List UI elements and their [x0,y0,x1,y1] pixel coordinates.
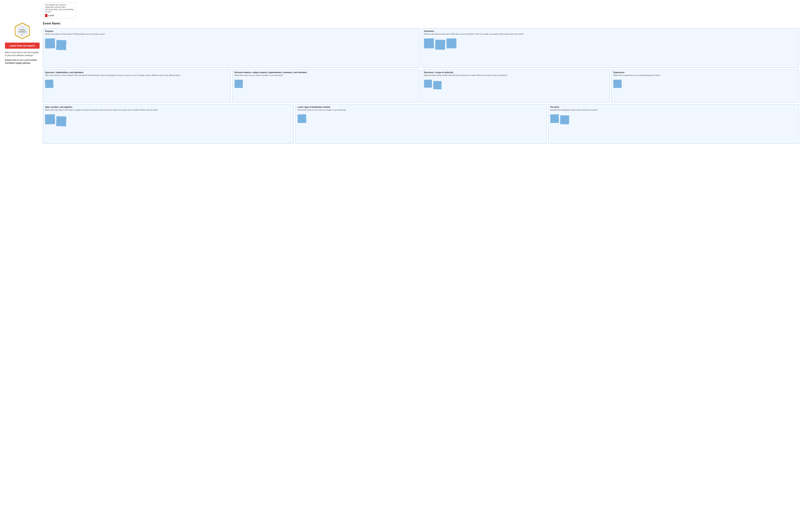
event-name-label: Event Name: [43,22,61,25]
banner-description: This template was created in collaborati… [45,4,74,13]
sticky-note [433,81,442,89]
sticky-note [56,116,67,127]
sticky-note [446,38,456,49]
banner-logo: Lucid [48,14,54,17]
svg-text:Facilitation: Facilitation [18,31,26,33]
purpose-subtitle: What's the purpose of this session? What… [45,33,418,35]
level-facilitation-title: Level / type of facilitation needed [298,106,544,108]
sticky-note [424,79,432,88]
sticky-note [613,79,622,88]
decision-makers-title: Decision-makers, subject experts, implem… [235,71,418,74]
experience-title: Experience [613,71,797,74]
sticky-note [45,79,54,88]
purpose-title: Purpose [45,30,418,32]
sticky-note [560,115,569,124]
decisions-title: Decisions / scope of authority [424,71,607,74]
sticky-note [45,38,55,49]
level-facilitation-subtitle: What other topics do you need to conside… [298,109,544,111]
sticky-note [235,79,243,88]
purpose-card: Purpose What's the purpose of this sessi… [43,28,420,68]
sticky-note [45,114,55,125]
decisions-subtitle: What decisions will be made? How will th… [424,74,607,77]
svg-text:L: L [22,26,23,28]
experience-subtitle: What kind of experience do you want part… [613,74,797,77]
outcomes-title: Outcomes [424,30,797,32]
badge-graphic: Creative Facilitation ✳ L [13,22,31,40]
sponsors-card: Sponsors, stakeholders, and attendees Wh… [43,70,231,102]
left-description-1: Want to learn how to use this template t… [5,51,40,57]
sticky-note [298,114,306,123]
svg-text:✳: ✳ [21,33,23,36]
level-facilitation-card: Level / type of facilitation needed What… [296,104,546,144]
decision-makers-card: Decision-makers, subject experts, implem… [232,70,420,102]
date-logistics-title: Date, location, and logistics [45,106,292,108]
sticky-note [424,38,434,49]
prework-card: Pre-work Anything the participants need … [548,104,799,144]
sticky-note [56,40,67,50]
sticky-note [550,114,559,123]
date-logistics-subtitle: When will it take place? How long is nee… [45,109,292,111]
outcomes-card: Outcomes What are the desired outcomes? … [422,28,799,68]
left-description-2: Explore how in our Lucid Creative Facili… [5,59,40,64]
experience-card: Experience What kind of experience do yo… [611,70,799,102]
decisions-card: Decisions / scope of authority What deci… [422,70,610,102]
decision-makers-subtitle: What other topics do you need to conside… [235,74,418,77]
sticky-note [435,40,445,50]
date-logistics-card: Date, location, and logistics When will … [43,104,294,144]
sponsors-title: Sponsors, stakeholders, and attendees [45,71,229,74]
sponsors-subtitle: Who is the sponsor of this meeting? Who … [45,74,229,77]
svg-text:Creative: Creative [19,29,25,31]
prework-title: Pre-work [550,106,797,108]
outcomes-subtitle: What are the desired outcomes? What does… [424,33,797,35]
learn-expert-button[interactable]: Learn from an expert! [5,42,40,49]
prework-subtitle: Anything the participants need to know b… [550,109,797,111]
